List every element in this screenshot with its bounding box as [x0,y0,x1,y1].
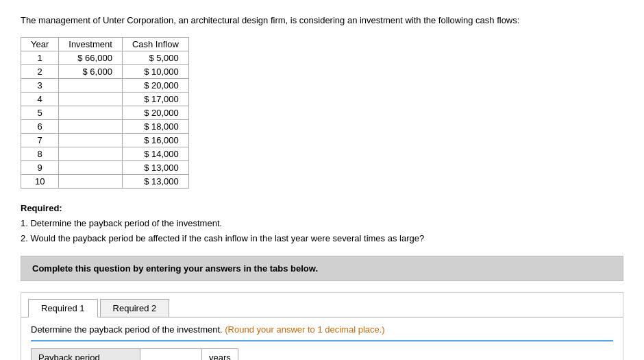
col-header-cash-inflow: Cash Inflow [122,37,188,51]
table-cell-year: 2 [21,64,59,78]
table-cell-cash_inflow: $ 10,000 [122,64,188,78]
tab-panel-required1: Determine the payback period of the inve… [21,317,623,360]
table-cell-cash_inflow: $ 5,000 [122,51,188,64]
table-cell-cash_inflow: $ 20,000 [122,106,188,119]
table-cell-cash_inflow: $ 13,000 [122,174,188,188]
table-cell-year: 1 [21,51,59,64]
table-cell-year: 4 [21,92,59,106]
table-cell-year: 6 [21,119,59,133]
table-cell-year: 10 [21,174,59,188]
required-label: Required: [21,203,62,213]
tab-required1[interactable]: Required 1 [28,299,98,317]
table-cell-investment [59,174,123,188]
table-cell-cash_inflow: $ 18,000 [122,119,188,133]
table-row: 10$ 13,000 [21,174,189,188]
table-row: 2$ 6,000$ 10,000 [21,64,189,78]
table-cell-investment: $ 6,000 [59,64,123,78]
tab-required2[interactable]: Required 2 [100,299,170,317]
intro-text: The management of Unter Corporation, an … [21,14,623,27]
table-cell-investment [59,78,123,92]
table-cell-investment [59,160,123,174]
table-cell-investment [59,92,123,106]
payback-period-input[interactable] [140,348,202,360]
col-header-investment: Investment [59,37,123,51]
col-header-year: Year [21,37,59,51]
table-cell-year: 8 [21,147,59,160]
table-cell-cash_inflow: $ 14,000 [122,147,188,160]
table-cell-investment [59,147,123,160]
payback-period-unit: years [202,348,238,360]
table-row: 1$ 66,000$ 5,000 [21,51,189,64]
instruction-box: Complete this question by entering your … [21,256,623,281]
tabs-wrapper: Required 1 Required 2 Determine the payb… [21,292,623,360]
table-row: 6$ 18,000 [21,119,189,133]
table-cell-investment [59,133,123,147]
table-cell-year: 9 [21,160,59,174]
payback-period-label: Payback period [31,348,140,360]
required-section: Required: 1. Determine the payback perio… [21,201,623,246]
table-cell-year: 7 [21,133,59,147]
table-cell-cash_inflow: $ 13,000 [122,160,188,174]
cash-flow-table: Year Investment Cash Inflow 1$ 66,000$ 5… [21,37,189,189]
table-cell-investment: $ 66,000 [59,51,123,64]
table-row: 3$ 20,000 [21,78,189,92]
required-item1: 1. Determine the payback period of the i… [21,218,222,228]
required-item2: 2. Would the payback period be affected … [21,233,424,243]
table-row: 4$ 17,000 [21,92,189,106]
table-cell-cash_inflow: $ 20,000 [122,78,188,92]
table-row: 7$ 16,000 [21,133,189,147]
table-cell-cash_inflow: $ 16,000 [122,133,188,147]
table-cell-investment [59,106,123,119]
table-cell-investment [59,119,123,133]
table-row: 5$ 20,000 [21,106,189,119]
table-cell-cash_inflow: $ 17,000 [122,92,188,106]
table-cell-year: 3 [21,78,59,92]
table-row: 9$ 13,000 [21,160,189,174]
table-row: 8$ 14,000 [21,147,189,160]
table-cell-year: 5 [21,106,59,119]
tab-question: Determine the payback period of the inve… [31,324,613,341]
round-note: (Round your answer to 1 decimal place.) [225,324,384,335]
answer-row: Payback period years [31,348,613,360]
tabs-row: Required 1 Required 2 [21,293,623,317]
